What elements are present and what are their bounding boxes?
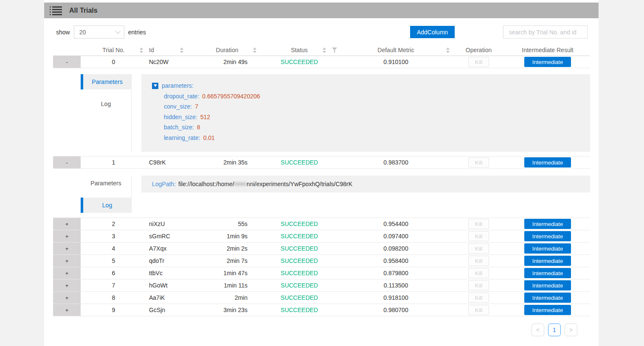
cell-trial-no: 2 [81, 218, 146, 230]
list-icon [50, 6, 63, 16]
cell-status: SUCCEEDED [259, 56, 340, 68]
intermediate-button[interactable]: Intermediate [524, 293, 571, 303]
cell-id: A7Xqx [146, 243, 195, 254]
sort-icon-trial-no[interactable] [140, 47, 143, 53]
expand-row-button[interactable]: + [53, 218, 81, 230]
search-input[interactable] [503, 25, 588, 39]
cell-default-metric: 0.879800 [340, 267, 452, 279]
expand-row-button[interactable]: + [53, 279, 81, 291]
cell-duration: 2min 49s [195, 56, 259, 68]
intermediate-button[interactable]: Intermediate [524, 57, 571, 67]
cell-status: SUCCEEDED [259, 230, 340, 242]
table-row: - 0 Nc20W 2min 49s SUCCEEDED 0.910100 Ki… [53, 56, 590, 68]
kill-button[interactable]: Kill [468, 157, 489, 167]
header-status-label: Status [291, 47, 308, 53]
parameters-panel: parameters: dropout_rate: 0.665795570942… [141, 74, 590, 152]
sort-icon-default-metric[interactable] [446, 47, 450, 53]
header-trial-no: Trial No. [81, 45, 146, 56]
cell-id: GcSjn [146, 304, 195, 316]
expand-row-button[interactable]: + [53, 267, 81, 279]
intermediate-button[interactable]: Intermediate [524, 305, 571, 315]
tab-parameters[interactable]: Parameters [81, 176, 131, 191]
kill-button[interactable]: Kill [468, 243, 489, 254]
filter-icon-status[interactable] [332, 47, 337, 53]
cell-status: SUCCEEDED [259, 292, 340, 304]
sort-icon-duration[interactable] [253, 47, 256, 53]
header-default-metric: Default Metric [340, 45, 452, 56]
header-default-metric-label: Default Metric [377, 47, 414, 53]
tab-log[interactable]: Log [81, 96, 131, 112]
row-detail-log: Parameters Log LogPath: file://localhost… [53, 169, 590, 218]
kill-button[interactable]: Kill [468, 305, 489, 315]
param-key: learning_rate: [164, 134, 200, 141]
cell-id: ttbVc [146, 267, 195, 279]
intermediate-button[interactable]: Intermediate [524, 268, 571, 278]
expand-row-button[interactable]: + [53, 304, 81, 316]
param-key: hidden_size: [164, 114, 197, 120]
intermediate-button[interactable]: Intermediate [524, 157, 571, 167]
cell-default-metric: 0.097400 [340, 230, 452, 242]
intermediate-button[interactable]: Intermediate [524, 256, 571, 266]
kill-button[interactable]: Kill [468, 280, 489, 290]
collapse-row-button[interactable]: - [53, 56, 81, 68]
pagination-next-button[interactable]: > [565, 324, 577, 336]
expand-row-button[interactable]: + [53, 255, 81, 267]
sort-icon-id[interactable] [180, 47, 183, 53]
detail-tabs: Parameters Log [81, 176, 132, 213]
cell-id: hGoWt [146, 279, 195, 291]
add-column-button[interactable]: AddColumn [410, 26, 455, 38]
cell-trial-no: 7 [81, 279, 146, 291]
tab-parameters[interactable]: Parameters [81, 74, 131, 89]
sort-icon-status[interactable] [323, 47, 326, 53]
tree-collapse-icon[interactable] [152, 83, 158, 89]
param-line: learning_rate: 0.01 [164, 133, 590, 143]
param-key: dropout_rate: [164, 93, 199, 100]
cell-trial-no: 3 [81, 230, 146, 242]
tab-log[interactable]: Log [81, 198, 131, 213]
header-id-label: Id [149, 47, 154, 53]
kill-button[interactable]: Kill [468, 231, 489, 241]
json-tree-root: parameters: [152, 81, 590, 91]
entries-label: entries [128, 29, 146, 36]
collapse-row-button[interactable]: - [53, 156, 81, 168]
param-value: 0.6657955709420206 [202, 93, 260, 100]
cell-default-metric: 0.983700 [340, 156, 452, 168]
intermediate-button[interactable]: Intermediate [524, 219, 571, 229]
kill-button[interactable]: Kill [468, 256, 489, 266]
cell-duration: 3min 23s [195, 304, 259, 316]
chevron-down-icon [115, 28, 121, 34]
param-line: batch_size: 8 [164, 122, 590, 133]
expand-row-button[interactable]: + [53, 243, 81, 254]
logpath-label: LogPath: [152, 181, 176, 187]
cell-trial-no: 4 [81, 243, 146, 254]
table-row: + 4 A7Xqx 2min 2s SUCCEEDED 0.098200 Kil… [53, 243, 590, 255]
detail-tabs: Parameters Log [81, 74, 132, 152]
header-duration: Duration [195, 45, 259, 56]
cell-status: SUCCEEDED [259, 267, 340, 279]
logpath-prefix: file://localhost:/home/ [178, 181, 234, 187]
expand-row-button[interactable]: + [53, 292, 81, 304]
pagination-page-1-button[interactable]: 1 [548, 324, 561, 336]
kill-button[interactable]: Kill [468, 268, 489, 278]
kill-button[interactable]: Kill [468, 57, 489, 67]
cell-status: SUCCEEDED [259, 243, 340, 254]
kill-button[interactable]: Kill [468, 293, 489, 303]
cell-id: niXzU [146, 218, 195, 230]
cell-trial-no: 0 [81, 56, 146, 68]
expand-row-button[interactable]: + [53, 230, 81, 242]
cell-default-metric: 0.113500 [340, 279, 452, 291]
page-size-select[interactable]: 20 [74, 25, 124, 39]
cell-trial-no: 1 [81, 156, 146, 168]
param-line: hidden_size: 512 [164, 112, 590, 123]
cell-id: qdoTr [146, 255, 195, 267]
kill-button[interactable]: Kill [468, 219, 489, 229]
header-status: Status [259, 45, 340, 56]
intermediate-button[interactable]: Intermediate [524, 280, 571, 290]
intermediate-button[interactable]: Intermediate [524, 243, 571, 254]
cell-duration: 55s [195, 218, 259, 230]
intermediate-button[interactable]: Intermediate [524, 231, 571, 241]
logpath-suffix: nni/experiments/YwFpoxhQ/trials/C98rK [247, 181, 352, 187]
pagination-prev-button[interactable]: < [532, 324, 544, 336]
table-row: - 1 C98rK 2min 35s SUCCEEDED 0.983700 Ki… [53, 156, 590, 169]
cell-id: Nc20W [146, 56, 195, 68]
